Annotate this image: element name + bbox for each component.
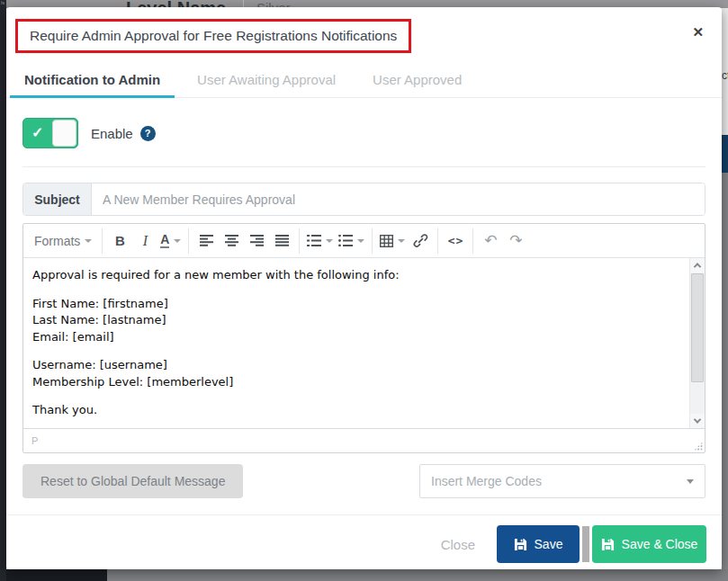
bold-button[interactable]: B bbox=[107, 228, 132, 254]
save-label: Save bbox=[535, 537, 563, 551]
source-code-button[interactable]: <> bbox=[443, 228, 468, 254]
ordered-list-icon bbox=[307, 235, 321, 246]
tab-user-awaiting-approval[interactable]: User Awaiting Approval bbox=[183, 65, 350, 98]
toggle-knob bbox=[52, 120, 76, 147]
resize-grip-icon[interactable] bbox=[694, 442, 703, 451]
actions-row: Reset to Global Default Message Insert M… bbox=[22, 464, 706, 498]
annotation-highlight-box: Require Admin Approval for Free Registra… bbox=[15, 19, 411, 53]
insert-merge-codes-select[interactable]: Insert Merge Codes bbox=[419, 464, 706, 498]
insert-link-button[interactable] bbox=[408, 228, 433, 254]
toolbar-separator bbox=[102, 228, 103, 254]
toolbar-separator bbox=[437, 228, 438, 254]
notification-settings-modal: Require Admin Approval for Free Registra… bbox=[6, 7, 722, 569]
help-icon[interactable]: ? bbox=[140, 126, 156, 141]
dimmed-page-bottom bbox=[0, 569, 728, 581]
close-icon[interactable]: ✕ bbox=[692, 25, 704, 39]
table-button[interactable] bbox=[377, 228, 408, 254]
toolbar-separator bbox=[299, 228, 300, 254]
clipped-text: ct bbox=[722, 69, 728, 82]
editor-content[interactable]: Approval is required for a new member wi… bbox=[23, 258, 689, 428]
editor-status-bar: P bbox=[23, 428, 705, 452]
clipped-blue-button bbox=[722, 135, 728, 173]
align-left-button[interactable] bbox=[193, 228, 219, 254]
editor-toolbar: Formats B I A bbox=[23, 224, 705, 258]
rich-text-editor: Formats B I A bbox=[22, 223, 706, 453]
section-divider bbox=[22, 166, 706, 167]
chevron-down-icon bbox=[174, 239, 181, 243]
undo-icon: ↶ bbox=[484, 233, 497, 248]
editor-line: Username: [username] bbox=[32, 358, 680, 375]
editor-line: Approval is required for a new member wi… bbox=[32, 268, 680, 285]
enable-row: ✓ Enable ? bbox=[6, 98, 722, 148]
subject-input[interactable] bbox=[92, 183, 705, 215]
chevron-down-icon bbox=[398, 239, 405, 243]
chevron-up-icon bbox=[694, 263, 701, 270]
align-left-icon bbox=[200, 235, 213, 246]
bold-icon: B bbox=[115, 233, 125, 248]
vertical-divider-bar bbox=[582, 526, 589, 562]
enable-toggle[interactable]: ✓ bbox=[22, 118, 78, 148]
modal-title: Require Admin Approval for Free Registra… bbox=[30, 28, 397, 43]
source-code-icon: <> bbox=[448, 234, 464, 247]
dimmed-sidebar: ls bbox=[0, 0, 6, 581]
editor-line bbox=[32, 346, 680, 358]
reset-default-message-button[interactable]: Reset to Global Default Message bbox=[22, 464, 243, 498]
align-right-button[interactable] bbox=[244, 228, 269, 254]
toolbar-separator bbox=[472, 228, 473, 254]
link-icon bbox=[413, 233, 428, 248]
chevron-down-icon bbox=[326, 239, 333, 243]
align-justify-button[interactable] bbox=[269, 228, 294, 254]
italic-button[interactable]: I bbox=[132, 228, 157, 254]
scrollbar-thumb[interactable] bbox=[691, 273, 704, 382]
editor-line bbox=[32, 285, 680, 297]
close-button[interactable]: Close bbox=[441, 537, 475, 552]
unordered-list-button[interactable] bbox=[336, 228, 367, 254]
align-center-button[interactable] bbox=[219, 228, 244, 254]
scroll-up-button[interactable] bbox=[690, 258, 705, 273]
tab-user-approved[interactable]: User Approved bbox=[358, 65, 476, 98]
tab-notification-to-admin[interactable]: Notification to Admin bbox=[10, 65, 175, 98]
editor-line: Membership Level: [memberlevel] bbox=[32, 375, 680, 392]
editor-body: Approval is required for a new member wi… bbox=[23, 258, 705, 428]
editor-line: Last Name: [lastname] bbox=[32, 313, 680, 330]
align-justify-icon bbox=[275, 235, 289, 246]
save-and-close-button[interactable]: Save & Close bbox=[592, 525, 706, 563]
check-icon: ✓ bbox=[31, 124, 43, 141]
align-center-icon bbox=[225, 235, 238, 246]
subject-field-group: Subject bbox=[22, 183, 706, 216]
editor-scrollbar[interactable] bbox=[689, 258, 705, 428]
undo-button[interactable]: ↶ bbox=[478, 228, 503, 254]
modal-header: Require Admin Approval for Free Registra… bbox=[6, 7, 722, 53]
toolbar-separator bbox=[188, 228, 189, 254]
editor-line bbox=[32, 391, 680, 403]
tab-bar: Notification to Admin User Awaiting Appr… bbox=[6, 65, 722, 98]
floppy-disk-icon bbox=[601, 538, 615, 551]
chevron-down-icon bbox=[694, 416, 701, 423]
italic-icon: I bbox=[139, 233, 151, 249]
chevron-down-icon bbox=[687, 479, 694, 484]
scroll-down-button[interactable] bbox=[690, 414, 705, 428]
editor-line: Email: [email] bbox=[32, 330, 680, 347]
align-right-icon bbox=[250, 235, 264, 246]
modal-footer: Close Save Save & Close bbox=[6, 514, 722, 569]
redo-icon: ↷ bbox=[509, 233, 522, 248]
save-button[interactable]: Save bbox=[497, 525, 580, 563]
text-color-button[interactable]: A bbox=[157, 228, 184, 254]
floppy-disk-icon bbox=[514, 538, 527, 551]
enable-label: Enable bbox=[91, 126, 133, 141]
formats-dropdown[interactable]: Formats bbox=[29, 228, 97, 254]
element-path: P bbox=[31, 435, 38, 446]
toolbar-separator bbox=[372, 228, 373, 254]
sidebar-clipped-text: ls bbox=[0, 0, 6, 5]
merge-codes-placeholder: Insert Merge Codes bbox=[431, 474, 687, 488]
ordered-list-button[interactable] bbox=[304, 228, 336, 254]
editor-line: First Name: [firstname] bbox=[32, 297, 680, 314]
editor-line: Thank you. bbox=[32, 403, 680, 420]
text-color-icon: A bbox=[160, 233, 169, 248]
chevron-down-icon bbox=[85, 239, 92, 243]
sidebar-shadow bbox=[0, 569, 107, 581]
save-close-label: Save & Close bbox=[622, 537, 698, 551]
unordered-list-icon bbox=[338, 235, 353, 246]
subject-label: Subject bbox=[23, 183, 92, 215]
redo-button[interactable]: ↷ bbox=[503, 228, 528, 254]
